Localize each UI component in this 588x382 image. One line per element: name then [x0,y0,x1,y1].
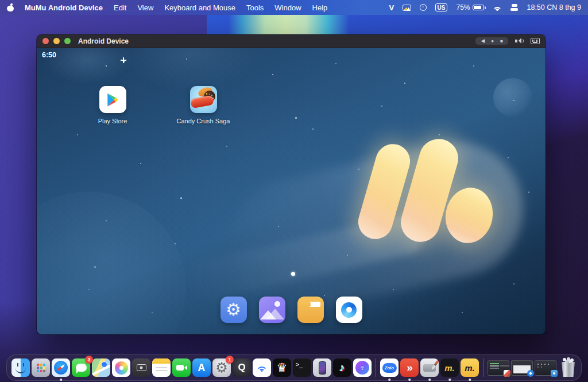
dock-disk-paint-app[interactable] [420,358,439,377]
gallery-mountain-2 [266,299,284,319]
android-browser-icon[interactable] [336,297,362,323]
volume-icon[interactable] [515,38,524,45]
app-label: Play Store [98,118,127,124]
facetime-camera [176,365,184,371]
minimized-window-3[interactable] [535,360,556,376]
emulator-window: Android Device ◀ ● ■ 6:50 [37,34,546,334]
dock-zalo[interactable]: Zalo [380,358,399,377]
page-indicator-dot [291,272,295,276]
dock-finder[interactable] [11,358,30,377]
dock-quicktime[interactable]: Q [233,358,251,377]
recents-icon[interactable]: ■ [500,39,503,44]
zoom-button[interactable] [64,38,71,44]
screenshot-viewfinder [137,364,146,371]
dock-iphone-mirroring[interactable] [313,358,331,377]
dock-launchpad[interactable] [32,358,50,377]
close-button[interactable] [42,38,49,44]
dock-messages[interactable]: 3 [72,358,90,377]
back-icon[interactable]: ◀ [481,38,485,44]
dock-tiktok[interactable]: ♪ [333,358,351,377]
window-title: Android Device [78,37,129,45]
battery-status[interactable]: 75% [456,3,484,11]
iphone-icon [319,361,326,375]
dock-facetime[interactable] [172,358,191,377]
dock-usb-device-app[interactable]: ♆ [353,358,372,377]
android-files-icon[interactable] [297,297,324,323]
android-status-time: 6:50 [42,51,56,59]
launchpad-grid [37,364,45,372]
dock-screenshot[interactable] [132,358,150,377]
window-title-bar[interactable]: Android Device ◀ ● ■ [37,34,546,48]
menu-bar-clock[interactable]: 18:50 CN 8 thg 9 [527,3,581,11]
folder-tab [301,302,311,307]
minimized-app-badge-paint [504,370,510,377]
app-store-a: A [198,362,206,374]
menu-view[interactable]: View [137,3,153,12]
android-gallery-icon[interactable] [259,297,285,323]
app-play-store[interactable]: Play Store [81,86,144,124]
apple-menu-icon[interactable] [7,3,14,11]
chess-piece-icon: ♛ [277,361,288,375]
dock-divider [376,358,376,377]
menu-app-name[interactable]: MuMu Android Device [25,3,103,12]
android-dock: ⚙ [37,297,546,323]
dock-safari[interactable] [52,358,70,377]
mumu-logo-glyph: m. [444,363,455,373]
menu-help[interactable]: Help [312,3,328,12]
play-triangle [105,92,120,107]
mumu-logo-glyph: m. [465,363,475,373]
android-home-screen: 6:50 Play Store Can [37,48,546,334]
input-source-badge[interactable]: US [435,3,448,11]
finder-face [17,363,24,367]
macos-dock: 3 A ⚙1 Q ♛ >_ ♪ ♆ Zalo » m. m. [6,354,582,381]
menu-tools[interactable]: Tools [246,3,264,12]
tiktok-note-icon: ♪ [339,361,345,374]
candy-crush-icon[interactable] [190,86,217,113]
settings-gear-icon: ⚙ [215,361,228,375]
disk-brush-icon [423,364,436,372]
app-candy-crush[interactable]: Candy Crush Saga [172,86,235,124]
dock-trash[interactable] [560,358,577,377]
app-label: Candy Crush Saga [177,118,230,124]
dock-notes[interactable] [152,358,171,377]
dock-divider [483,358,483,377]
clock-status-icon[interactable] [420,4,427,11]
dock-terminal[interactable]: >_ [293,358,311,377]
home-icon[interactable]: ● [491,39,494,44]
android-settings-icon[interactable]: ⚙ [220,297,247,323]
dock-mumu-player-dark[interactable]: m. [440,358,459,377]
small-planet [493,78,532,117]
usb-gradient-circle: ♆ [355,361,369,375]
settings-badge: 1 [226,356,234,364]
battery-percent: 75% [456,3,470,11]
minimized-window-2[interactable] [511,360,533,376]
screen-mirroring-icon[interactable] [403,5,411,11]
wifi-app-icon [256,364,268,372]
dock-chess[interactable]: ♛ [273,358,291,377]
menu-window[interactable]: Window [274,3,301,12]
dock-mumu-player-yellow[interactable]: m. [461,358,479,377]
dock-red-arrows-app[interactable]: » [400,358,419,377]
dock-wifi-utility[interactable] [253,358,271,377]
zalo-bubble: Zalo [382,363,397,373]
trident-icon: ♆ [359,364,365,372]
stars-bright-layer [37,48,38,50]
dock-maps[interactable] [92,358,110,377]
dock-app-store[interactable]: A [192,358,211,377]
photos-flower [115,361,128,375]
status-v-item[interactable]: V [389,3,394,12]
keyboard-icon[interactable] [531,38,540,44]
dock-photos[interactable] [112,358,130,377]
stacked-windows-icon[interactable] [510,4,518,11]
terminal-prompt: >_ [296,361,303,368]
dock-system-settings[interactable]: ⚙1 [212,358,231,377]
desktop: MuMu Android Device Edit View Keyboard a… [0,0,588,382]
menu-edit[interactable]: Edit [114,3,126,12]
minimized-app-badge-safari [527,370,534,377]
minimized-app-badge-disk [551,370,558,377]
play-store-icon[interactable] [99,86,126,113]
minimized-window-1[interactable] [488,360,509,376]
menu-keyboard-and-mouse[interactable]: Keyboard and Mouse [164,3,235,12]
wifi-icon[interactable] [493,4,502,11]
minimize-button[interactable] [53,38,60,44]
